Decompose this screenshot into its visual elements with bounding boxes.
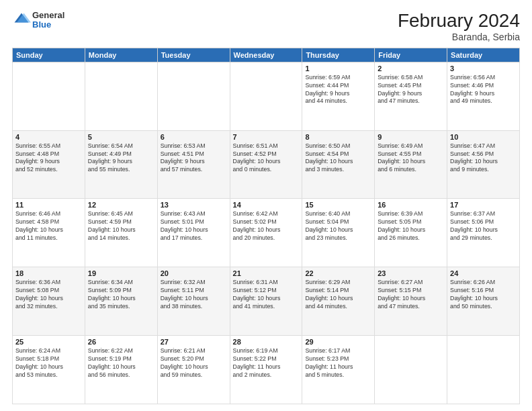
calendar-cell: 14Sunrise: 6:42 AM Sunset: 5:02 PM Dayli… xyxy=(230,199,302,267)
day-info: Sunrise: 6:51 AM Sunset: 4:52 PM Dayligh… xyxy=(233,142,300,175)
day-info: Sunrise: 6:47 AM Sunset: 4:56 PM Dayligh… xyxy=(450,142,517,175)
day-info: Sunrise: 6:21 AM Sunset: 5:20 PM Dayligh… xyxy=(161,347,227,379)
logo-blue: Blue xyxy=(32,20,64,30)
day-info: Sunrise: 6:50 AM Sunset: 4:54 PM Dayligh… xyxy=(305,142,371,175)
page: General Blue February 2024 Baranda, Serb… xyxy=(0,0,532,411)
day-info: Sunrise: 6:32 AM Sunset: 5:11 PM Dayligh… xyxy=(161,279,227,311)
header: General Blue February 2024 Baranda, Serb… xyxy=(12,11,520,42)
day-number: 11 xyxy=(15,201,82,209)
day-number: 25 xyxy=(15,338,82,346)
calendar-cell: 27Sunrise: 6:21 AM Sunset: 5:20 PM Dayli… xyxy=(157,336,230,404)
calendar-row-4: 25Sunrise: 6:24 AM Sunset: 5:18 PM Dayli… xyxy=(13,336,520,404)
day-info: Sunrise: 6:45 AM Sunset: 4:59 PM Dayligh… xyxy=(88,210,154,242)
weekday-header-wednesday: Wednesday xyxy=(230,48,302,62)
calendar-cell xyxy=(230,62,302,130)
day-number: 23 xyxy=(378,269,444,277)
day-number: 9 xyxy=(378,133,444,141)
day-number: 20 xyxy=(161,269,227,277)
calendar-cell: 3Sunrise: 6:56 AM Sunset: 4:46 PM Daylig… xyxy=(447,62,520,130)
calendar-cell: 13Sunrise: 6:43 AM Sunset: 5:01 PM Dayli… xyxy=(157,199,230,267)
day-info: Sunrise: 6:17 AM Sunset: 5:23 PM Dayligh… xyxy=(305,347,371,379)
day-info: Sunrise: 6:22 AM Sunset: 5:19 PM Dayligh… xyxy=(88,347,154,379)
calendar-cell: 7Sunrise: 6:51 AM Sunset: 4:52 PM Daylig… xyxy=(230,130,302,199)
day-number: 22 xyxy=(305,269,371,277)
calendar-cell xyxy=(157,62,230,130)
day-number: 29 xyxy=(305,338,371,346)
weekday-header-tuesday: Tuesday xyxy=(157,48,230,62)
calendar-cell: 29Sunrise: 6:17 AM Sunset: 5:23 PM Dayli… xyxy=(302,336,375,404)
day-number: 28 xyxy=(233,338,300,346)
calendar-cell: 24Sunrise: 6:26 AM Sunset: 5:16 PM Dayli… xyxy=(447,267,520,336)
day-info: Sunrise: 6:29 AM Sunset: 5:14 PM Dayligh… xyxy=(305,279,371,311)
day-info: Sunrise: 6:19 AM Sunset: 5:22 PM Dayligh… xyxy=(233,347,300,379)
calendar-cell: 10Sunrise: 6:47 AM Sunset: 4:56 PM Dayli… xyxy=(447,130,520,199)
day-info: Sunrise: 6:46 AM Sunset: 4:58 PM Dayligh… xyxy=(15,210,82,242)
day-info: Sunrise: 6:53 AM Sunset: 4:51 PM Dayligh… xyxy=(161,142,227,175)
location: Baranda, Serbia xyxy=(398,32,520,42)
day-number: 2 xyxy=(378,64,444,73)
day-number: 17 xyxy=(450,201,517,209)
day-number: 24 xyxy=(450,269,517,277)
calendar-cell: 21Sunrise: 6:31 AM Sunset: 5:12 PM Dayli… xyxy=(230,267,302,336)
day-info: Sunrise: 6:55 AM Sunset: 4:48 PM Dayligh… xyxy=(15,142,82,175)
calendar-cell: 19Sunrise: 6:34 AM Sunset: 5:09 PM Dayli… xyxy=(85,267,157,336)
calendar-cell: 6Sunrise: 6:53 AM Sunset: 4:51 PM Daylig… xyxy=(157,130,230,199)
weekday-header-saturday: Saturday xyxy=(447,48,520,62)
weekday-header-friday: Friday xyxy=(375,48,447,62)
day-number: 19 xyxy=(88,269,154,277)
logo-icon xyxy=(12,11,31,30)
month-year: February 2024 xyxy=(398,11,520,32)
day-info: Sunrise: 6:40 AM Sunset: 5:04 PM Dayligh… xyxy=(305,210,371,242)
day-number: 12 xyxy=(88,201,154,209)
calendar: SundayMondayTuesdayWednesdayThursdayFrid… xyxy=(12,48,520,404)
day-info: Sunrise: 6:27 AM Sunset: 5:15 PM Dayligh… xyxy=(378,279,444,311)
calendar-row-1: 4Sunrise: 6:55 AM Sunset: 4:48 PM Daylig… xyxy=(13,130,520,199)
day-number: 13 xyxy=(161,201,227,209)
calendar-cell: 25Sunrise: 6:24 AM Sunset: 5:18 PM Dayli… xyxy=(13,336,85,404)
calendar-cell: 28Sunrise: 6:19 AM Sunset: 5:22 PM Dayli… xyxy=(230,336,302,404)
calendar-cell: 23Sunrise: 6:27 AM Sunset: 5:15 PM Dayli… xyxy=(375,267,447,336)
calendar-cell: 5Sunrise: 6:54 AM Sunset: 4:49 PM Daylig… xyxy=(85,130,157,199)
day-number: 14 xyxy=(233,201,300,209)
day-number: 21 xyxy=(233,269,300,277)
logo-general: General xyxy=(32,11,64,20)
day-number: 15 xyxy=(305,201,371,209)
calendar-cell: 9Sunrise: 6:49 AM Sunset: 4:55 PM Daylig… xyxy=(375,130,447,199)
calendar-cell xyxy=(375,336,447,404)
weekday-header-sunday: Sunday xyxy=(13,48,85,62)
day-number: 6 xyxy=(161,133,227,141)
calendar-cell: 16Sunrise: 6:39 AM Sunset: 5:05 PM Dayli… xyxy=(375,199,447,267)
day-number: 1 xyxy=(305,64,371,73)
day-info: Sunrise: 6:42 AM Sunset: 5:02 PM Dayligh… xyxy=(233,210,300,242)
day-number: 5 xyxy=(88,133,154,141)
logo-text: General Blue xyxy=(32,11,64,30)
calendar-cell xyxy=(447,336,520,404)
day-number: 26 xyxy=(88,338,154,346)
calendar-cell: 12Sunrise: 6:45 AM Sunset: 4:59 PM Dayli… xyxy=(85,199,157,267)
day-info: Sunrise: 6:43 AM Sunset: 5:01 PM Dayligh… xyxy=(161,210,227,242)
day-info: Sunrise: 6:49 AM Sunset: 4:55 PM Dayligh… xyxy=(378,142,444,175)
day-info: Sunrise: 6:31 AM Sunset: 5:12 PM Dayligh… xyxy=(233,279,300,311)
logo: General Blue xyxy=(12,11,64,30)
calendar-cell: 15Sunrise: 6:40 AM Sunset: 5:04 PM Dayli… xyxy=(302,199,375,267)
calendar-cell: 17Sunrise: 6:37 AM Sunset: 5:06 PM Dayli… xyxy=(447,199,520,267)
calendar-cell: 4Sunrise: 6:55 AM Sunset: 4:48 PM Daylig… xyxy=(13,130,85,199)
calendar-row-2: 11Sunrise: 6:46 AM Sunset: 4:58 PM Dayli… xyxy=(13,199,520,267)
day-info: Sunrise: 6:26 AM Sunset: 5:16 PM Dayligh… xyxy=(450,279,517,311)
day-info: Sunrise: 6:54 AM Sunset: 4:49 PM Dayligh… xyxy=(88,142,154,175)
calendar-cell xyxy=(13,62,85,130)
calendar-cell xyxy=(85,62,157,130)
day-number: 7 xyxy=(233,133,300,141)
title-block: February 2024 Baranda, Serbia xyxy=(398,11,520,42)
day-info: Sunrise: 6:58 AM Sunset: 4:45 PM Dayligh… xyxy=(378,74,444,106)
calendar-cell: 26Sunrise: 6:22 AM Sunset: 5:19 PM Dayli… xyxy=(85,336,157,404)
calendar-row-0: 1Sunrise: 6:59 AM Sunset: 4:44 PM Daylig… xyxy=(13,62,520,130)
calendar-cell: 1Sunrise: 6:59 AM Sunset: 4:44 PM Daylig… xyxy=(302,62,375,130)
day-number: 27 xyxy=(161,338,227,346)
calendar-cell: 18Sunrise: 6:36 AM Sunset: 5:08 PM Dayli… xyxy=(13,267,85,336)
day-number: 10 xyxy=(450,133,517,141)
weekday-header-monday: Monday xyxy=(85,48,157,62)
weekday-header-thursday: Thursday xyxy=(302,48,375,62)
day-info: Sunrise: 6:56 AM Sunset: 4:46 PM Dayligh… xyxy=(450,74,517,106)
day-number: 16 xyxy=(378,201,444,209)
